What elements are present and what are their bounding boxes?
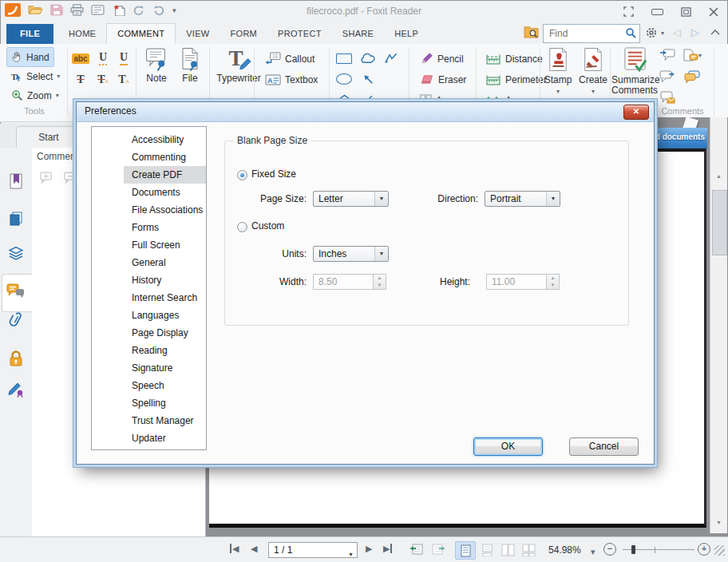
hand-tool-button[interactable]: Hand (6, 47, 54, 67)
pref-category-forms[interactable]: Forms (124, 219, 206, 236)
polyline-shape-button[interactable] (380, 49, 401, 68)
history-back-button[interactable]: ◁ (673, 26, 681, 38)
units-select[interactable]: Inches ▼ (313, 246, 389, 262)
zoom-tool-button[interactable]: Zoom ▾ (6, 85, 64, 105)
oval-shape-button[interactable] (334, 69, 354, 89)
scroll-down-icon[interactable]: ▼ (710, 520, 727, 525)
width-spinner[interactable]: ▲▼ (374, 274, 386, 290)
height-field[interactable]: 11.00 (486, 274, 547, 290)
pref-category-general[interactable]: General (124, 254, 206, 271)
dialog-close-button[interactable]: ✕ (623, 105, 649, 120)
continuous-view-button[interactable] (477, 541, 497, 558)
pref-category-updater[interactable]: Updater (124, 429, 206, 447)
pref-category-create-pdf[interactable]: Create PDF (124, 166, 206, 184)
page-number-combo[interactable]: 1 / 1 ▼ (268, 542, 358, 558)
custom-radio[interactable] (237, 222, 247, 232)
pref-category-speech[interactable]: Speech (124, 377, 206, 394)
pref-category-signature[interactable]: Signature (124, 359, 206, 377)
arrow-shape-button[interactable] (358, 69, 378, 89)
sidebar-tab-comments[interactable] (6, 281, 26, 300)
collapse-ribbon-button[interactable] (710, 29, 720, 35)
typewriter-button[interactable]: T Typewriter (214, 46, 263, 84)
tab-home[interactable]: HOME (58, 24, 106, 44)
doc-tab-start[interactable]: Start (16, 126, 81, 148)
pref-category-documents[interactable]: Documents (124, 184, 206, 201)
pref-category-trust-manager[interactable]: Trust Manager (124, 412, 206, 429)
vertical-scrollbar[interactable]: ▲ ▼ (710, 117, 727, 533)
sidebar-tab-layers[interactable] (6, 243, 26, 263)
zoom-slider-handle[interactable] (631, 545, 635, 554)
facing-view-button[interactable] (498, 541, 517, 558)
select-tool-button[interactable]: T Select ▾ (6, 66, 65, 86)
pref-category-accessibility[interactable]: Accessibility (124, 131, 206, 148)
previous-page-button[interactable]: ◀ (251, 544, 257, 554)
last-page-button[interactable]: ▶ (383, 544, 392, 554)
pref-category-full-screen[interactable]: Full Screen (124, 236, 206, 254)
search-folder-icon[interactable] (524, 26, 539, 38)
restore-button[interactable] (681, 7, 691, 17)
zoom-out-button[interactable]: − (603, 543, 616, 556)
scrollbar-thumb[interactable] (712, 190, 727, 255)
sidebar-tab-bookmarks[interactable] (6, 172, 26, 191)
summarize-comments-button[interactable]: Summarize Comments (611, 46, 658, 96)
tab-help[interactable]: HELP (384, 24, 429, 44)
tab-form[interactable]: FORM (220, 24, 268, 44)
first-page-button[interactable]: ◀ (230, 544, 239, 554)
sidebar-tab-security[interactable] (6, 349, 26, 368)
cloud-shape-button[interactable] (358, 49, 378, 68)
squiggly-underline-button[interactable]: U (93, 49, 113, 68)
collapse-all-comments-button[interactable] (62, 172, 77, 184)
stamp-button[interactable]: Stamp ▾ (541, 46, 575, 97)
tab-file[interactable]: FILE (6, 24, 53, 44)
fixed-size-radio[interactable] (237, 170, 247, 180)
show-comments-button[interactable] (680, 69, 704, 85)
callout-button[interactable]: Callout (260, 49, 319, 69)
zoom-percent-value[interactable]: 54.98% (548, 544, 581, 556)
single-page-view-button[interactable] (455, 541, 476, 560)
dialog-title-bar[interactable]: Preferences ✕ (77, 102, 654, 122)
resize-grip[interactable] (714, 545, 725, 556)
close-button[interactable] (709, 7, 718, 17)
expand-all-comments-button[interactable] (38, 172, 53, 184)
underline-text-button[interactable]: U (113, 49, 134, 68)
import-comments-button[interactable] (658, 47, 677, 63)
comment-on-attachment-button[interactable]: ▾ (680, 47, 704, 63)
distance-button[interactable]: Distance (481, 49, 548, 69)
tab-share[interactable]: SHARE (332, 24, 384, 44)
page-size-select[interactable]: Letter ▼ (313, 191, 389, 207)
tab-view[interactable]: VIEW (176, 24, 220, 44)
cancel-button[interactable]: Cancel (569, 437, 639, 456)
pref-category-internet-search[interactable]: Internet Search (124, 289, 206, 307)
find-input[interactable] (548, 26, 624, 41)
zoom-in-button[interactable]: + (698, 543, 710, 556)
file-attachment-comment-button[interactable]: File (174, 46, 206, 84)
find-search-icon[interactable] (625, 27, 637, 39)
pref-category-commenting[interactable]: Commenting (124, 148, 206, 166)
tab-comment[interactable]: COMMENT (106, 23, 176, 44)
rectangle-shape-button[interactable] (334, 49, 354, 68)
pref-category-page-display[interactable]: Page Display (124, 324, 206, 342)
create-stamp-button[interactable]: Create ▾ (576, 46, 610, 97)
next-view-button[interactable] (431, 543, 446, 556)
zoom-dropdown-button[interactable]: ▾ (591, 547, 595, 557)
sidebar-tab-attachments[interactable] (6, 311, 26, 330)
send-comments-button[interactable] (658, 89, 677, 105)
minimize-button[interactable] (651, 9, 663, 15)
pref-category-reading[interactable]: Reading (124, 342, 206, 359)
eraser-button[interactable]: Eraser (415, 69, 471, 89)
pref-category-spelling[interactable]: Spelling (124, 394, 206, 412)
replace-text-button[interactable]: T^ (93, 70, 113, 89)
strikeout-text-button[interactable]: T (70, 70, 91, 89)
pref-category-file-associations[interactable]: File Associations (124, 201, 206, 219)
history-forward-button[interactable]: ▷ (691, 26, 699, 38)
highlight-text-button[interactable]: abc (70, 49, 91, 68)
continuous-facing-view-button[interactable] (519, 541, 538, 558)
previous-view-button[interactable] (409, 543, 424, 556)
fullscreen-button[interactable] (623, 6, 634, 17)
pencil-button[interactable]: Pencil (415, 49, 469, 69)
height-spinner[interactable]: ▲▼ (547, 274, 560, 290)
note-comment-button[interactable]: Note (140, 46, 172, 84)
find-options-caret[interactable]: ▾ (661, 30, 664, 37)
export-comments-button[interactable] (658, 69, 677, 85)
tab-protect[interactable]: PROTECT (267, 24, 332, 44)
